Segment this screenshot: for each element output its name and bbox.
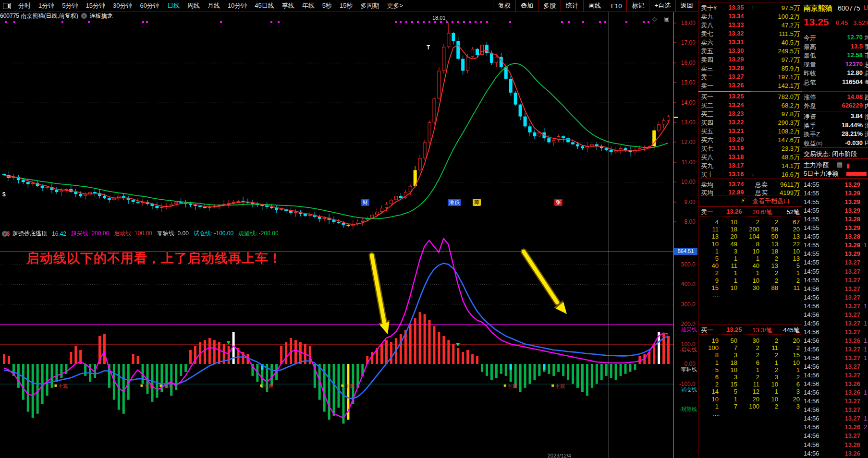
- queue-cell[interactable]: 1: [734, 277, 737, 284]
- tick-time[interactable]: 14:56: [804, 450, 819, 457]
- queue-cell[interactable]: 13: [793, 255, 800, 262]
- buy-level-volume[interactable]: 68.2万: [782, 101, 800, 110]
- tick-time[interactable]: 14:55: [804, 277, 819, 284]
- tick-time[interactable]: 14:55: [804, 259, 819, 266]
- info-label[interactable]: 涨停: [804, 93, 816, 102]
- queue-cell[interactable]: 11: [753, 381, 760, 388]
- sell-level-price[interactable]: 13.29: [728, 56, 744, 63]
- queue-cell[interactable]: 1: [715, 359, 719, 366]
- buy-level-price[interactable]: 13.23: [728, 110, 744, 117]
- info-value[interactable]: 3.84: [851, 112, 863, 120]
- buy-level-price[interactable]: 13.16: [728, 170, 744, 178]
- tick-time[interactable]: 14:55: [804, 198, 819, 205]
- buy-level-volume[interactable]: 290.3万: [778, 119, 800, 127]
- buy-level-price[interactable]: 13.21: [728, 127, 744, 134]
- buy-level-label[interactable]: 买八: [701, 153, 713, 162]
- sell1-queue-price[interactable]: 13.26: [726, 208, 742, 215]
- toolbar-button-统计[interactable]: 统计: [561, 0, 583, 12]
- tick-price[interactable]: 13.27: [844, 415, 860, 422]
- event-badge-张[interactable]: 张: [554, 199, 562, 206]
- info-label[interactable]: 今开: [804, 34, 816, 42]
- tick-time[interactable]: 14:55: [804, 268, 819, 275]
- tick-time[interactable]: 14:55: [804, 241, 819, 249]
- buy-level-volume[interactable]: 108.2万: [778, 127, 800, 136]
- buy-level-label[interactable]: 买二: [701, 101, 713, 110]
- sell-level-label[interactable]: 卖三: [701, 64, 713, 73]
- queue-cell[interactable]: 19: [712, 337, 719, 344]
- tick-volume[interactable]: 1: [864, 354, 867, 362]
- buy-level-volume[interactable]: 97.8万: [782, 110, 800, 119]
- sell1-queue-label[interactable]: 卖一: [701, 208, 713, 217]
- info-frag[interactable]: 总: [865, 69, 868, 78]
- sell-level-price[interactable]: 13.26: [728, 82, 744, 89]
- sell-level-price[interactable]: 13.34: [728, 12, 744, 20]
- sell-level-price[interactable]: 13.31: [728, 38, 744, 46]
- queue-cell[interactable]: 1: [756, 366, 759, 374]
- sell-level-label[interactable]: 卖五: [701, 47, 713, 56]
- sell-level-volume[interactable]: 142.1万: [778, 82, 800, 90]
- queue-cell[interactable]: 49: [731, 241, 737, 248]
- info-value[interactable]: 18.44%: [842, 121, 863, 129]
- queue-cell[interactable]: 20: [731, 233, 737, 240]
- queue-cell[interactable]: 200: [749, 226, 759, 233]
- toolbar-button-多股[interactable]: 多股: [538, 0, 561, 12]
- queue-cell[interactable]: 50: [731, 337, 737, 344]
- buy-level-label[interactable]: 买十: [701, 170, 713, 179]
- queue-cell[interactable]: 7: [734, 403, 737, 410]
- queue-cell[interactable]: 6: [756, 359, 759, 366]
- tick-price[interactable]: 13.27: [844, 294, 860, 301]
- tick-time[interactable]: 14:56: [804, 441, 819, 448]
- buy-level-price[interactable]: 13.25: [728, 93, 744, 100]
- tick-price[interactable]: 13.27: [844, 398, 860, 405]
- info-label[interactable]: 外盘: [804, 102, 816, 110]
- window-icon[interactable]: [3, 3, 11, 9]
- queue-cell[interactable]: 2: [756, 351, 759, 359]
- tick-price[interactable]: 13.27: [844, 259, 860, 266]
- tick-time[interactable]: 14:56: [804, 285, 819, 292]
- indicator-name[interactable]: 超强抄底逃顶: [12, 229, 47, 238]
- event-badge-财[interactable]: 财: [361, 199, 369, 206]
- queue-cell[interactable]: 15: [731, 381, 737, 388]
- avg-total-volume[interactable]: 4199万: [780, 189, 800, 197]
- info-label[interactable]: 换手: [804, 121, 816, 130]
- queue-cell[interactable]: 10: [753, 248, 759, 255]
- queue-cell[interactable]: 5: [715, 366, 719, 374]
- tick-volume[interactable]: 1: [864, 415, 867, 422]
- tick-price[interactable]: 13.28: [844, 216, 860, 223]
- period-tab-更多>[interactable]: 更多>: [383, 1, 407, 10]
- queue-cell[interactable]: 104: [749, 233, 759, 240]
- period-tab-60分钟[interactable]: 60分钟: [136, 1, 163, 10]
- list-icon[interactable]: ▤: [837, 161, 843, 168]
- tick-price[interactable]: 13.29: [844, 190, 860, 197]
- queue-cell[interactable]: 20: [793, 226, 800, 233]
- queue-cell[interactable]: 2: [775, 366, 778, 374]
- tick-price[interactable]: 13.27: [844, 363, 860, 370]
- avg-total-label[interactable]: 总卖: [755, 181, 768, 189]
- queue-cell[interactable]: 20: [793, 396, 800, 403]
- tick-volume[interactable]: 1: [864, 337, 867, 344]
- queue-cell[interactable]: 10: [771, 396, 778, 403]
- queue-cell[interactable]: 11: [712, 226, 719, 233]
- info-frag[interactable]: 跌: [865, 93, 868, 102]
- period-tab-10分钟[interactable]: 10分钟: [224, 1, 251, 10]
- tick-price[interactable]: 13.27: [844, 354, 860, 362]
- queue-cell[interactable]: 6: [715, 374, 719, 381]
- tick-volume[interactable]: 2: [864, 423, 867, 431]
- chart-corner-tools[interactable]: ◇ ▣: [652, 15, 672, 22]
- queue-cell[interactable]: 100: [749, 403, 759, 410]
- avg-total-volume[interactable]: 9611万: [780, 181, 800, 189]
- main-force-net-bar[interactable]: ▮: [846, 162, 850, 169]
- sell-level-price[interactable]: 13.33: [728, 21, 744, 28]
- info-value[interactable]: 116504: [842, 78, 863, 85]
- tick-price[interactable]: 13.26: [844, 441, 860, 448]
- tick-price[interactable]: 13.28: [844, 233, 860, 240]
- tick-price[interactable]: 13.29: [844, 198, 860, 205]
- tick-time[interactable]: 14:56: [804, 406, 819, 413]
- tick-price[interactable]: 13.29: [844, 181, 860, 188]
- tick-time[interactable]: 14:55: [804, 190, 819, 197]
- info-frag[interactable]: PE: [865, 139, 868, 146]
- queue-cell[interactable]: 8: [715, 351, 719, 359]
- period-tab-分时[interactable]: 分时: [14, 1, 35, 10]
- queue-cell[interactable]: 11: [794, 284, 800, 291]
- info-frag[interactable]: 重: [865, 43, 868, 51]
